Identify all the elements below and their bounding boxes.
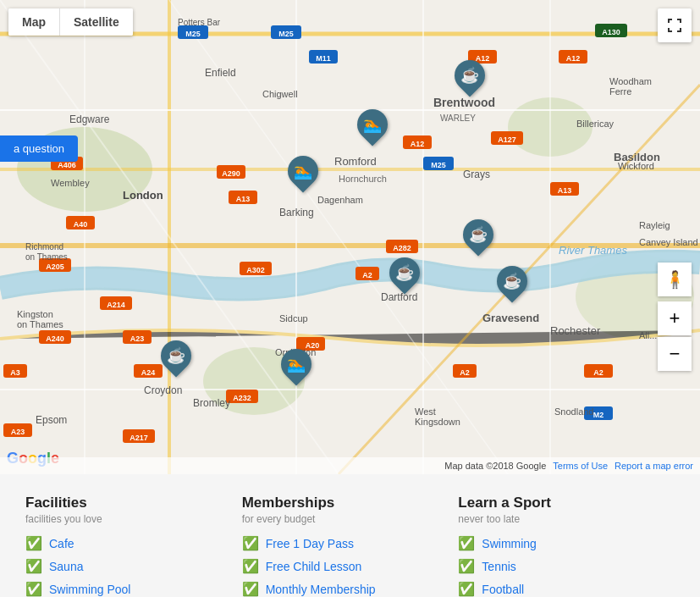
svg-text:All...: All... — [639, 330, 657, 340]
facilities-column: Facilities facilities you love ✅ Cafe ✅ … — [25, 495, 242, 597]
svg-text:A240: A240 — [46, 334, 64, 343]
svg-text:Richmondon Thames: Richmondon Thames — [25, 242, 68, 262]
list-item: ✅ Swimming — [458, 535, 658, 551]
map-view-toggle: Map Satellite — [8, 8, 133, 36]
list-item: ✅ Monthly Membership — [242, 581, 442, 597]
memberships-list: ✅ Free 1 Day Pass ✅ Free Child Lesson ✅ … — [242, 535, 442, 597]
svg-text:Romford: Romford — [334, 155, 377, 168]
svg-text:Enfield: Enfield — [205, 67, 236, 79]
svg-text:A406: A406 — [58, 161, 76, 169]
svg-text:Rochester: Rochester — [550, 324, 601, 337]
terms-link[interactable]: Terms of Use — [553, 461, 608, 471]
svg-text:A13: A13 — [558, 186, 572, 195]
svg-text:A2: A2 — [460, 368, 470, 377]
zoom-out-button[interactable]: − — [658, 337, 692, 371]
svg-text:A205: A205 — [46, 263, 64, 271]
bottom-section: Facilities facilities you love ✅ Cafe ✅ … — [0, 474, 700, 597]
report-link[interactable]: Report a map error — [615, 461, 693, 471]
pin-swim-2[interactable]: 🏊 — [288, 156, 318, 186]
list-item: ✅ Sauna — [25, 558, 225, 574]
svg-text:M11: M11 — [316, 54, 331, 63]
zoom-in-button[interactable]: + — [658, 301, 692, 335]
swimming-pool-link[interactable]: Swimming Pool — [49, 583, 130, 596]
svg-text:Brentwood: Brentwood — [433, 96, 495, 109]
svg-text:Chigwell: Chigwell — [262, 89, 298, 99]
learn-sport-column: Learn a Sport never too late ✅ Swimming … — [458, 495, 675, 597]
learn-sport-heading: Learn a Sport — [458, 495, 658, 511]
check-icon: ✅ — [25, 581, 42, 597]
map-attribution: Map data ©2018 Google — [444, 461, 546, 471]
svg-text:Dartford: Dartford — [381, 291, 417, 303]
svg-text:A127: A127 — [498, 135, 516, 144]
satellite-mode-button[interactable]: Satellite — [60, 8, 133, 36]
tennis-link[interactable]: Tennis — [482, 560, 515, 573]
cafe-link[interactable]: Cafe — [49, 537, 74, 550]
pin-swim-3[interactable]: 🏊 — [281, 349, 311, 379]
zoom-controls: + − — [658, 301, 692, 373]
check-icon: ✅ — [25, 535, 42, 551]
svg-text:A130: A130 — [602, 28, 620, 36]
free-child-lesson-link[interactable]: Free Child Lesson — [266, 560, 362, 573]
list-item: ✅ Free 1 Day Pass — [242, 535, 442, 551]
svg-text:Croydon: Croydon — [144, 384, 182, 396]
svg-text:A24: A24 — [141, 368, 156, 377]
facilities-subtitle: facilities you love — [25, 513, 225, 525]
memberships-column: Memberships for every budget ✅ Free 1 Da… — [242, 495, 459, 597]
svg-text:A2: A2 — [362, 271, 372, 279]
check-icon: ✅ — [242, 558, 259, 574]
svg-text:Epsom: Epsom — [36, 414, 67, 426]
facilities-heading: Facilities — [25, 495, 225, 511]
check-icon: ✅ — [458, 535, 475, 551]
facilities-list: ✅ Cafe ✅ Sauna ✅ Swimming Pool — [25, 535, 225, 597]
svg-text:A232: A232 — [233, 394, 251, 402]
pin-swim-1[interactable]: 🏊 — [357, 109, 388, 140]
svg-rect-0 — [0, 0, 700, 474]
svg-text:M25: M25 — [185, 30, 201, 38]
svg-text:A2: A2 — [593, 368, 604, 377]
check-icon: ✅ — [458, 581, 475, 597]
swimming-link[interactable]: Swimming — [482, 537, 537, 550]
check-icon: ✅ — [25, 558, 42, 574]
svg-text:M2: M2 — [593, 411, 604, 419]
svg-text:A13: A13 — [236, 195, 251, 203]
svg-text:A217: A217 — [130, 434, 148, 442]
free-day-pass-link[interactable]: Free 1 Day Pass — [266, 537, 354, 550]
svg-text:A302: A302 — [246, 266, 265, 274]
football-link[interactable]: Football — [482, 583, 524, 596]
map-mode-button[interactable]: Map — [8, 8, 60, 36]
svg-text:Gravesend: Gravesend — [482, 312, 539, 324]
pin-cafe-1[interactable]: ☕ — [455, 60, 485, 91]
memberships-heading: Memberships — [242, 495, 442, 511]
list-item: ✅ Cafe — [25, 535, 225, 551]
pin-cafe-4[interactable]: ☕ — [497, 266, 527, 296]
svg-text:Barking: Barking — [279, 207, 314, 218]
svg-text:Billericay: Billericay — [576, 119, 615, 129]
svg-text:A290: A290 — [222, 169, 240, 178]
list-item: ✅ Tennis — [458, 558, 658, 574]
sauna-link[interactable]: Sauna — [49, 560, 83, 573]
question-button[interactable]: a question — [0, 135, 78, 162]
svg-text:Rayleig: Rayleig — [639, 220, 670, 230]
svg-text:A12: A12 — [411, 140, 425, 148]
pin-cafe-2[interactable]: ☕ — [463, 219, 493, 250]
memberships-subtitle: for every budget — [242, 513, 442, 525]
fullscreen-button[interactable] — [658, 8, 692, 42]
svg-text:Dagenham: Dagenham — [317, 195, 363, 205]
learn-sport-subtitle: never too late — [458, 513, 658, 525]
pegman-button[interactable]: 🧍 — [658, 263, 692, 296]
svg-text:A40: A40 — [74, 220, 88, 229]
svg-text:A23: A23 — [130, 334, 145, 343]
svg-text:Sidcup: Sidcup — [279, 313, 308, 323]
pin-cafe-5[interactable]: ☕ — [161, 340, 191, 371]
svg-text:Potters Bar: Potters Bar — [178, 18, 221, 27]
map-container: M25 M25 M11 A130 A12 A12 A290 A12 M25 A1… — [0, 0, 700, 474]
monthly-membership-link[interactable]: Monthly Membership — [266, 583, 376, 596]
svg-text:A282: A282 — [393, 244, 411, 252]
pin-cafe-3[interactable]: ☕ — [389, 257, 420, 288]
svg-text:River Thames: River Thames — [559, 244, 627, 257]
svg-text:M25: M25 — [278, 30, 294, 38]
map-footer: Map data ©2018 Google Terms of Use Repor… — [0, 457, 700, 474]
svg-text:Wembley: Wembley — [51, 178, 90, 188]
svg-text:A23: A23 — [11, 428, 25, 436]
learn-sport-list: ✅ Swimming ✅ Tennis ✅ Football — [458, 535, 658, 597]
